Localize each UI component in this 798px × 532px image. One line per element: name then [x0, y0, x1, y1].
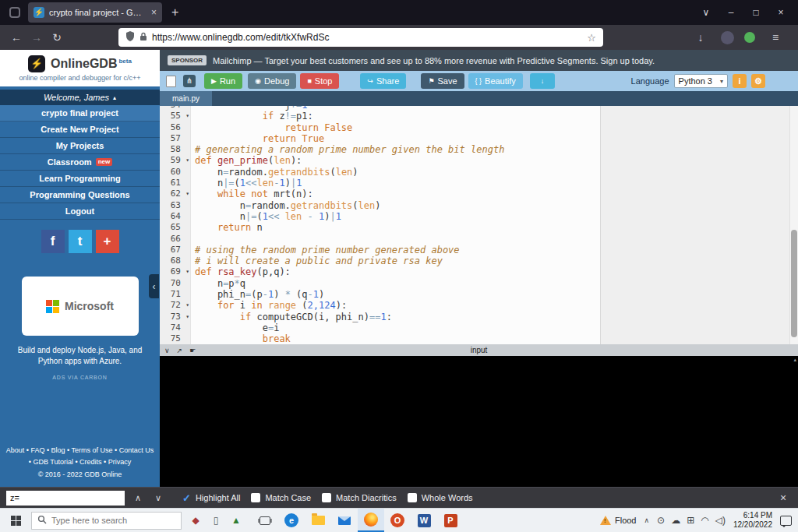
file-explorer-icon[interactable]: [305, 509, 331, 532]
google-plus-icon[interactable]: +: [96, 230, 119, 253]
input-console[interactable]: ▴: [160, 356, 798, 487]
beautify-button[interactable]: { }Beautify: [468, 73, 523, 89]
fold-arrow-icon[interactable]: ▾: [185, 266, 189, 277]
console-scroll-up-icon[interactable]: ▴: [793, 357, 796, 363]
microsoft-ad[interactable]: Microsoft: [22, 277, 139, 336]
lock-icon[interactable]: [139, 30, 147, 44]
fold-arrow-icon[interactable]: ▾: [185, 312, 189, 322]
sidebar-item-classroom[interactable]: Classroomnew: [0, 154, 160, 171]
twitter-icon[interactable]: t: [69, 230, 92, 253]
ad-text[interactable]: Build and deploy Node.js, Java, and Pyth…: [17, 345, 143, 367]
bookmark-star-icon[interactable]: ☆: [587, 32, 596, 44]
sponsor-banner[interactable]: SPONSOR Mailchimp — Target your best cus…: [160, 50, 798, 71]
battery-icon[interactable]: ▯: [207, 515, 225, 526]
action-center-icon[interactable]: [780, 516, 792, 526]
taskbar-search[interactable]: [31, 512, 182, 530]
firefox-icon[interactable]: [358, 509, 384, 532]
browser-tab[interactable]: ⚡ crypto final project - GDB online ×: [28, 2, 162, 23]
code-editor[interactable]: 5455▾56575859▾606162▾63646566676869▾7071…: [160, 106, 798, 344]
run-button[interactable]: ▶Run: [204, 73, 242, 89]
url-text[interactable]: https://www.onlinegdb.com/edit/tkXfwRdSc: [152, 32, 582, 43]
debug-button[interactable]: ◉Debug: [248, 73, 296, 89]
findbar-option-whole-words[interactable]: Whole Words: [408, 493, 473, 502]
sidebar-collapse-handle[interactable]: ‹: [149, 274, 159, 298]
ads-via-carbon[interactable]: ADS VIA CARBON: [0, 375, 160, 380]
search-input[interactable]: [51, 516, 175, 525]
pointer-console-icon[interactable]: ☛: [189, 347, 196, 354]
save-button[interactable]: ⚑Save: [421, 73, 464, 89]
start-button[interactable]: [0, 516, 31, 526]
share-button[interactable]: ↪Share: [360, 73, 406, 89]
forward-icon[interactable]: →: [26, 31, 47, 44]
mail-icon[interactable]: [331, 509, 358, 532]
find-close-icon[interactable]: ×: [775, 491, 792, 504]
checked-checkbox-icon[interactable]: ✓: [182, 493, 191, 503]
fold-arrow-icon[interactable]: ▾: [185, 300, 189, 311]
code-lines[interactable]: j+=1 if z!=p1: return False return True#…: [195, 106, 789, 344]
welcome-caret-icon[interactable]: ▴: [113, 94, 116, 101]
list-tabs-icon[interactable]: ∨: [694, 7, 719, 18]
download-button[interactable]: ↓: [530, 73, 556, 89]
expand-console-icon[interactable]: ↗: [177, 347, 183, 354]
stop-button[interactable]: ■Stop: [300, 73, 339, 89]
language-select[interactable]: Python 3 ▾: [674, 74, 728, 88]
sidebar-item-my-projects[interactable]: My Projects: [0, 138, 160, 154]
find-previous-icon[interactable]: ∧: [131, 493, 145, 503]
sidebar-item-logout[interactable]: Logout: [0, 203, 160, 220]
info-button[interactable]: i: [733, 74, 747, 88]
new-file-icon[interactable]: [166, 76, 176, 87]
checkbox-icon[interactable]: [322, 493, 331, 502]
sidebar-item-learn-programming[interactable]: Learn Programming: [0, 171, 160, 187]
reload-icon[interactable]: ↻: [47, 31, 67, 44]
edge-icon[interactable]: e: [278, 509, 305, 532]
taskbar-clock[interactable]: 6:14 PM 12/20/2022: [733, 511, 772, 530]
menu-icon[interactable]: ≡: [765, 31, 786, 44]
extension-green-icon[interactable]: [744, 32, 755, 43]
profile-avatar[interactable]: [721, 31, 734, 44]
word-icon[interactable]: W: [411, 509, 437, 532]
network-icon[interactable]: ⊞: [687, 515, 694, 526]
people-icon[interactable]: ⊙: [657, 515, 665, 526]
downloads-icon[interactable]: ↓: [690, 31, 711, 44]
collapse-console-icon[interactable]: ∨: [164, 347, 170, 354]
facebook-icon[interactable]: f: [41, 230, 65, 253]
shield-icon[interactable]: [125, 30, 135, 44]
sidebar-item-programming-questions[interactable]: Programming Questions: [0, 187, 160, 203]
footer-links-2[interactable]: • GDB Tutorial • Credits • Privacy: [0, 456, 160, 468]
checkbox-icon[interactable]: [408, 493, 417, 502]
find-input[interactable]: [6, 491, 125, 506]
tab-close-icon[interactable]: ×: [151, 7, 157, 18]
findbar-option-match-case[interactable]: Match Case: [251, 493, 311, 502]
footer-links-1[interactable]: About • FAQ • Blog • Terms of Use • Cont…: [0, 445, 160, 456]
findbar-option-match-diacritics[interactable]: Match Diacritics: [322, 493, 397, 502]
minimize-button[interactable]: –: [719, 7, 743, 18]
onlinegdb-logo[interactable]: ⚡ OnlineGDBbeta: [0, 50, 160, 74]
findbar-option-highlight-all[interactable]: ✓Highlight All: [182, 493, 240, 503]
fold-arrow-icon[interactable]: ▾: [185, 111, 189, 122]
sidebar-item-crypto-final-project[interactable]: crypto final project: [0, 105, 160, 122]
wifi-icon[interactable]: ◠: [701, 515, 708, 526]
fold-arrow-icon[interactable]: ▾: [185, 188, 189, 199]
fold-arrow-icon[interactable]: ▾: [185, 155, 189, 166]
checkbox-icon[interactable]: [251, 493, 260, 502]
hidden-icons-chevron[interactable]: ∧: [644, 516, 650, 524]
office-icon[interactable]: O: [384, 509, 411, 532]
find-next-icon[interactable]: ∨: [151, 493, 165, 503]
back-icon[interactable]: ←: [6, 31, 26, 44]
sponsor-text[interactable]: Mailchimp — Target your best customers a…: [213, 56, 655, 65]
scrollbar-thumb[interactable]: [791, 230, 797, 337]
task-view-icon[interactable]: [252, 509, 278, 532]
new-tab-button[interactable]: +: [171, 5, 178, 19]
onedrive-icon[interactable]: ☁: [671, 515, 680, 526]
tab-main-py[interactable]: main.py: [160, 91, 212, 106]
editor-scrollbar[interactable]: [789, 106, 798, 344]
firefox-view-icon[interactable]: [9, 7, 20, 18]
close-button[interactable]: ×: [768, 7, 793, 18]
volume-icon[interactable]: ◁): [715, 515, 726, 526]
maximize-button[interactable]: □: [743, 7, 768, 18]
weather-widget[interactable]: Flood: [600, 516, 637, 525]
tree-icon[interactable]: ▲: [227, 515, 245, 526]
fork-icon[interactable]: ⋔: [183, 75, 196, 87]
red-app-icon[interactable]: ◆: [186, 515, 205, 526]
url-bar[interactable]: https://www.onlinegdb.com/edit/tkXfwRdSc…: [118, 28, 603, 47]
